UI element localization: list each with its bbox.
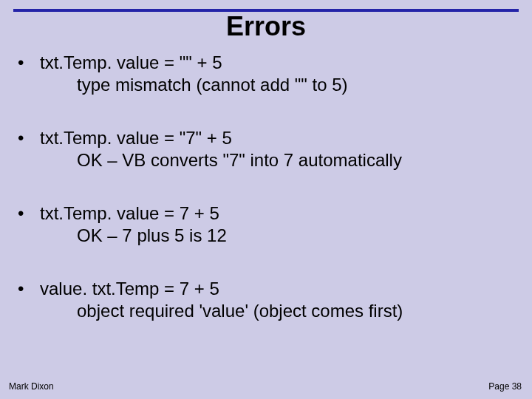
slide-title: Errors (0, 12, 532, 41)
bullet-icon: • (18, 127, 40, 149)
bullet-item: • txt.Temp. value = "7" + 5 OK – VB conv… (18, 127, 514, 171)
bullet-item: • txt.Temp. value = 7 + 5 OK – 7 plus 5 … (18, 202, 514, 247)
bullet-icon: • (18, 202, 40, 225)
bullet-code: txt.Temp. value = "" + 5 (40, 52, 222, 74)
bullet-note: OK – VB converts "7" into 7 automaticall… (77, 149, 514, 171)
footer-author: Mark Dixon (9, 381, 54, 392)
bullet-note: type mismatch (cannot add "" to 5) (77, 74, 514, 96)
slide: Errors • txt.Temp. value = "" + 5 type m… (0, 0, 532, 399)
bullet-note: OK – 7 plus 5 is 12 (77, 225, 514, 247)
bullet-item: • txt.Temp. value = "" + 5 type mismatch… (18, 52, 514, 96)
bullet-code: txt.Temp. value = "7" + 5 (40, 127, 232, 149)
bullet-item: • value. txt.Temp = 7 + 5 object require… (18, 278, 514, 322)
slide-body: • txt.Temp. value = "" + 5 type mismatch… (18, 52, 514, 322)
bullet-note: object required 'value' (object comes fi… (77, 300, 514, 322)
bullet-code: txt.Temp. value = 7 + 5 (40, 202, 219, 225)
bullet-icon: • (18, 278, 40, 300)
bullet-code: value. txt.Temp = 7 + 5 (40, 278, 219, 300)
bullet-icon: • (18, 52, 40, 74)
footer-page: Page 38 (488, 381, 522, 392)
